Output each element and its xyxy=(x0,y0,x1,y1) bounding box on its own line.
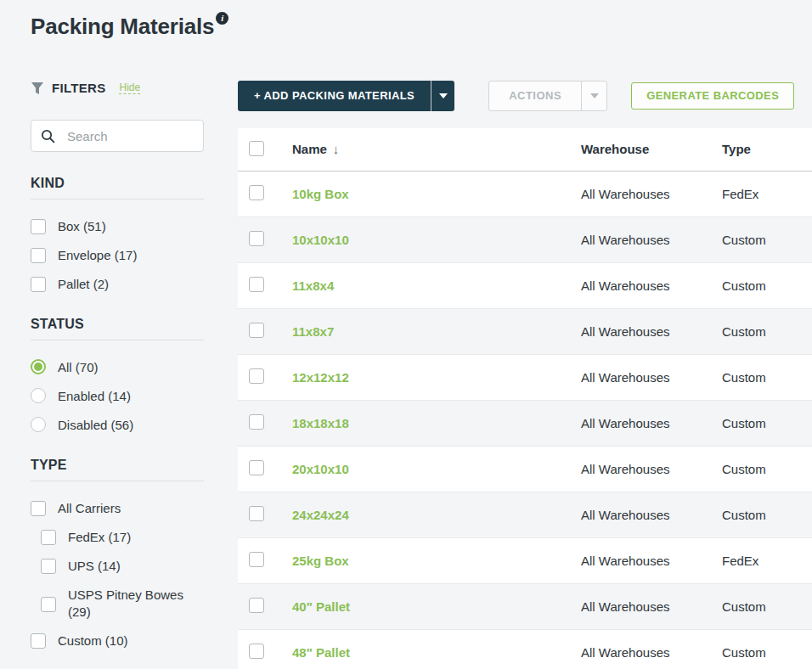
status-option-label[interactable]: All (70) xyxy=(58,359,99,376)
warehouse-cell: All Warehouses xyxy=(580,354,721,400)
checkbox[interactable] xyxy=(41,530,56,545)
row-checkbox[interactable] xyxy=(249,506,264,521)
toolbar: + ADD PACKING MATERIALS ACTIONS GENERATE… xyxy=(238,81,812,111)
checkbox[interactable] xyxy=(31,633,46,649)
search-icon xyxy=(41,129,55,143)
checkbox[interactable] xyxy=(31,501,46,516)
type-option-label[interactable]: FedEx (17) xyxy=(68,529,131,546)
column-header-label: Type xyxy=(722,142,751,156)
add-packing-materials-button[interactable]: + ADD PACKING MATERIALS xyxy=(238,81,431,111)
caret-down-icon xyxy=(590,93,599,98)
status-section-title: STATUS xyxy=(31,317,204,332)
warehouse-cell: All Warehouses xyxy=(580,629,721,669)
table-header-row: Name↓ Warehouse Type xyxy=(238,128,812,171)
table-row: 10kg Box All Warehouses FedEx xyxy=(238,171,812,216)
row-checkbox[interactable] xyxy=(249,323,264,338)
search-input[interactable] xyxy=(65,128,194,144)
row-checkbox[interactable] xyxy=(249,414,264,430)
column-header-label: Warehouse xyxy=(581,142,649,156)
row-checkbox[interactable] xyxy=(249,552,264,567)
packing-material-link[interactable]: 11x8x4 xyxy=(292,278,334,293)
status-option-disabled[interactable]: Disabled (56) xyxy=(31,417,204,434)
table-row: 48" Pallet All Warehouses Custom xyxy=(238,629,812,669)
table-row: 20x10x10 All Warehouses Custom xyxy=(238,446,812,492)
checkbox[interactable] xyxy=(31,219,46,234)
row-checkbox[interactable] xyxy=(249,598,264,613)
packing-material-link[interactable]: 18x18x18 xyxy=(292,416,349,430)
filter-option-envelope[interactable]: Envelope (17) xyxy=(31,247,204,264)
row-checkbox[interactable] xyxy=(249,368,264,384)
type-option-label[interactable]: USPS Pitney Bowes (29) xyxy=(68,587,195,621)
generate-barcodes-button[interactable]: GENERATE BARCODES xyxy=(631,82,794,110)
filter-option-label[interactable]: Envelope (17) xyxy=(58,247,137,264)
packing-material-link[interactable]: 48" Pallet xyxy=(292,645,350,660)
page-title: Packing Materials xyxy=(31,14,214,39)
status-option-enabled[interactable]: Enabled (14) xyxy=(31,388,204,405)
type-cell: Custom xyxy=(721,308,812,354)
packing-material-link[interactable]: 12x12x12 xyxy=(292,370,349,385)
filter-option-box[interactable]: Box (51) xyxy=(31,218,204,235)
type-option-usps-pitney-bowes[interactable]: USPS Pitney Bowes (29) xyxy=(41,587,204,621)
column-header-label: Name xyxy=(292,142,327,156)
filter-option-pallet[interactable]: Pallet (2) xyxy=(31,276,204,293)
filter-section-type: TYPE All Carriers FedEx (17) UPS (14) US… xyxy=(31,458,204,649)
radio[interactable] xyxy=(31,417,46,432)
row-checkbox[interactable] xyxy=(249,231,264,246)
filters-sidebar: FILTERS Hide KIND Box (51) Envelope (17) xyxy=(0,81,238,649)
warehouse-cell: All Warehouses xyxy=(580,216,721,262)
type-option-ups[interactable]: UPS (14) xyxy=(41,558,204,575)
sort-descending-icon: ↓ xyxy=(333,142,340,156)
radio-selected[interactable] xyxy=(31,359,46,374)
actions-split-button: ACTIONS xyxy=(488,81,607,111)
table-row: 40" Pallet All Warehouses Custom xyxy=(238,583,812,629)
checkbox[interactable] xyxy=(31,248,46,263)
packing-material-link[interactable]: 40" Pallet xyxy=(292,599,350,614)
type-option-all-carriers[interactable]: All Carriers xyxy=(31,500,204,517)
kind-section-title: KIND xyxy=(31,176,204,191)
hide-filters-link[interactable]: Hide xyxy=(119,82,140,94)
column-header-name[interactable]: Name↓ xyxy=(291,128,580,171)
filter-option-label[interactable]: Pallet (2) xyxy=(58,276,109,293)
packing-material-link[interactable]: 25kg Box xyxy=(292,554,349,568)
filter-option-label[interactable]: Box (51) xyxy=(58,218,106,235)
row-checkbox[interactable] xyxy=(249,644,264,659)
column-header-warehouse[interactable]: Warehouse xyxy=(580,128,721,171)
filters-header: FILTERS Hide xyxy=(31,81,204,95)
checkbox[interactable] xyxy=(41,559,56,574)
type-option-label[interactable]: UPS (14) xyxy=(68,558,121,575)
select-all-checkbox[interactable] xyxy=(249,141,264,156)
checkbox[interactable] xyxy=(31,277,46,292)
filter-funnel-icon xyxy=(31,82,44,95)
warehouse-cell: All Warehouses xyxy=(580,446,721,492)
warehouse-cell: All Warehouses xyxy=(580,262,721,308)
type-option-label[interactable]: Custom (10) xyxy=(58,632,128,649)
status-option-label[interactable]: Disabled (56) xyxy=(58,417,133,434)
table-row: 11x8x7 All Warehouses Custom xyxy=(238,308,812,354)
packing-materials-table: Name↓ Warehouse Type 10kg Box All Wareho… xyxy=(238,128,812,669)
packing-material-link[interactable]: 11x8x7 xyxy=(292,324,334,339)
status-option-label[interactable]: Enabled (14) xyxy=(58,388,131,405)
packing-material-link[interactable]: 24x24x24 xyxy=(292,508,349,522)
type-option-fedex[interactable]: FedEx (17) xyxy=(41,529,204,546)
packing-material-link[interactable]: 20x10x10 xyxy=(292,462,349,476)
packing-material-link[interactable]: 10kg Box xyxy=(292,187,349,201)
status-option-all[interactable]: All (70) xyxy=(31,359,204,376)
type-cell: Custom xyxy=(721,262,812,308)
column-header-type[interactable]: Type xyxy=(721,128,812,171)
row-checkbox[interactable] xyxy=(249,277,264,292)
row-checkbox[interactable] xyxy=(249,185,264,200)
type-option-label[interactable]: All Carriers xyxy=(58,500,121,517)
add-packing-materials-split-button: + ADD PACKING MATERIALS xyxy=(238,81,454,111)
checkbox[interactable] xyxy=(41,597,56,612)
packing-material-link[interactable]: 10x10x10 xyxy=(292,233,349,247)
main-content: + ADD PACKING MATERIALS ACTIONS GENERATE… xyxy=(238,81,812,669)
type-cell: Custom xyxy=(721,492,812,537)
type-option-custom[interactable]: Custom (10) xyxy=(31,632,204,649)
radio[interactable] xyxy=(31,388,46,403)
actions-dropdown-toggle[interactable] xyxy=(581,82,606,110)
warehouse-cell: All Warehouses xyxy=(580,583,721,629)
actions-button[interactable]: ACTIONS xyxy=(489,82,581,110)
info-icon[interactable]: i xyxy=(216,12,228,25)
row-checkbox[interactable] xyxy=(249,460,264,475)
add-packing-materials-dropdown-toggle[interactable] xyxy=(431,81,454,111)
